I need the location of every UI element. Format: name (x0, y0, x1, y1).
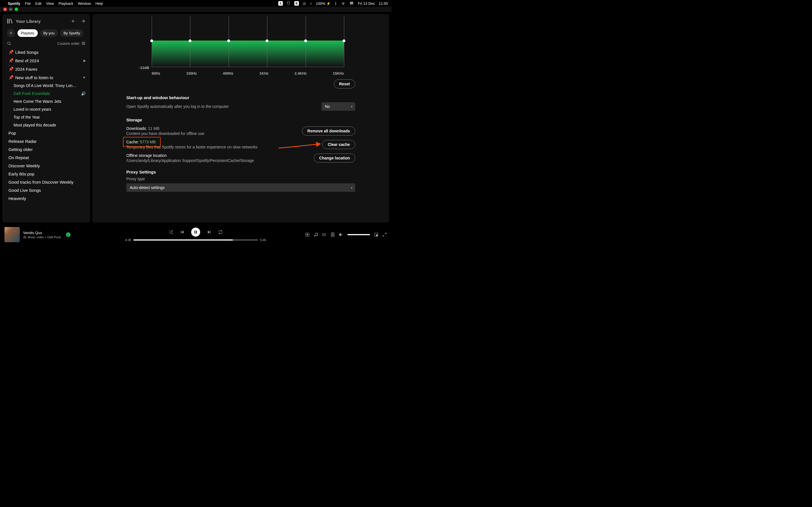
library-icon (7, 18, 13, 24)
queue-icon[interactable] (322, 232, 326, 237)
lyrics-icon[interactable] (313, 232, 318, 237)
svg-rect-27 (210, 231, 210, 234)
menu-window[interactable]: Window (78, 1, 91, 6)
album-art[interactable] (4, 227, 20, 242)
statusbar-circle-icon[interactable]: ○ (310, 1, 312, 6)
statusbar-date[interactable]: Fri 13 Dec (358, 1, 375, 6)
list-item[interactable]: 📌Liked Songs (7, 48, 87, 56)
statusbar-bluetooth-icon[interactable]: ᛒ (335, 1, 337, 6)
sort-button[interactable]: Custom order (57, 41, 86, 46)
list-item[interactable]: 📌New stuff to listen to▼ (7, 73, 87, 82)
list-item[interactable]: Heavenly (7, 194, 87, 203)
library-header[interactable]: Your Library (7, 18, 41, 24)
list-item[interactable]: Early 80s pop (7, 170, 87, 178)
elapsed-time: 4:36 (125, 238, 131, 242)
list-item[interactable]: Daft Punk Essentials🔊 (7, 90, 87, 98)
list-item[interactable]: 📌Best of 2024▶ (7, 56, 87, 65)
search-library-icon[interactable] (7, 41, 11, 46)
progress-bar[interactable] (133, 239, 258, 240)
miniplayer-icon[interactable] (374, 232, 378, 237)
window-minimize-button[interactable] (9, 8, 12, 11)
now-playing-view-icon[interactable] (305, 232, 310, 237)
shuffle-button[interactable] (168, 230, 173, 234)
statusbar-s-icon[interactable]: S (278, 1, 283, 6)
startup-desc: Open Spotify automatically after you log… (126, 104, 229, 109)
list-item[interactable]: Most played this decade (7, 121, 87, 129)
svg-rect-2 (350, 3, 353, 4)
progress-fill (133, 239, 233, 240)
pin-icon: 📌 (8, 66, 12, 71)
list-item[interactable]: Discover Weekly (7, 162, 87, 170)
chip-by-you[interactable]: By you (40, 29, 58, 37)
startup-select[interactable]: No ▾ (321, 102, 355, 111)
statusbar-battery[interactable]: 100% ⚡ (316, 1, 331, 6)
svg-marker-22 (182, 231, 184, 234)
fullscreen-icon[interactable] (382, 232, 387, 237)
svg-point-30 (314, 235, 315, 236)
statusbar-shield-icon[interactable]: ⛉ (287, 1, 290, 6)
repeat-button[interactable] (218, 230, 223, 234)
list-item[interactable]: Release Radar (7, 137, 87, 145)
svg-line-12 (10, 44, 11, 45)
connect-device-icon[interactable] (331, 232, 335, 237)
volume-icon[interactable] (339, 232, 343, 237)
menu-help[interactable]: Help (95, 1, 103, 6)
svg-rect-24 (195, 231, 195, 234)
eq-slider[interactable] (150, 40, 153, 42)
clear-cache-button[interactable]: Clear cache (322, 140, 355, 149)
menu-view[interactable]: View (46, 1, 54, 6)
menu-file[interactable]: File (25, 1, 31, 6)
remove-downloads-button[interactable]: Remove all downloads (302, 126, 355, 135)
proxy-type-select[interactable]: Auto-detect settings ▾ (126, 183, 355, 192)
library-title-text: Your Library (16, 19, 41, 24)
window-close-button[interactable] (3, 8, 7, 11)
eq-slider[interactable] (227, 40, 230, 42)
chevron-down-icon: ▾ (351, 105, 352, 108)
volume-slider[interactable] (347, 234, 370, 235)
svg-point-31 (316, 235, 317, 236)
statusbar-time[interactable]: 11:55 (378, 1, 388, 6)
list-item[interactable]: Getting older (7, 145, 87, 154)
statusbar-control-center-icon[interactable] (349, 1, 354, 6)
statusbar-b-icon[interactable]: B (294, 1, 299, 6)
statusbar-play-circle-icon[interactable]: ⊙ (303, 1, 306, 6)
list-item[interactable]: Songs Of A Live World: Troxy Lon… (7, 82, 87, 90)
window-titlebar (0, 7, 391, 12)
app-name[interactable]: Spotify (8, 1, 20, 6)
change-location-button[interactable]: Change location (314, 154, 355, 163)
section-proxy-title: Proxy Settings (126, 170, 355, 174)
eq-slider[interactable] (304, 40, 307, 42)
eq-reset-button[interactable]: Reset (334, 79, 355, 89)
clear-filter-button[interactable] (7, 29, 15, 37)
window-maximize-button[interactable] (15, 8, 18, 11)
list-item[interactable]: Good Live Songs (7, 186, 87, 194)
player-bar: Veridis Quo Music video • Daft Punk ✓ 4:… (0, 225, 391, 244)
pin-icon: 📌 (8, 58, 12, 63)
list-item[interactable]: Good tracks from Discover Weekly (7, 178, 87, 186)
list-item[interactable]: Here Come The Warm Jets (7, 98, 87, 105)
list-item[interactable]: Loved in recent years (7, 105, 87, 113)
menu-edit[interactable]: Edit (35, 1, 42, 6)
list-item[interactable]: On Repeat (7, 154, 87, 162)
added-to-liked-icon[interactable]: ✓ (66, 232, 70, 237)
statusbar-wifi-icon[interactable] (341, 1, 345, 6)
next-button[interactable] (207, 230, 211, 234)
add-playlist-icon[interactable] (70, 18, 75, 24)
play-pause-button[interactable] (191, 228, 200, 237)
previous-button[interactable] (180, 230, 185, 234)
list-item[interactable]: Top of the Year (7, 113, 87, 121)
list-icon (81, 41, 86, 46)
list-item[interactable]: 📌2024 Faves (7, 65, 87, 73)
list-item[interactable]: Pop (7, 129, 87, 137)
chip-by-spotify[interactable]: By Spotify (60, 29, 84, 37)
track-meta[interactable]: Music video • Daft Punk (23, 235, 61, 239)
menu-playback[interactable]: Playback (58, 1, 73, 6)
chip-playlists[interactable]: Playlists (17, 29, 38, 37)
sidebar: Your Library Playlists By you By Spotify… (2, 14, 90, 223)
settings-panel: -12dB 60H (93, 14, 389, 223)
eq-chart[interactable] (152, 16, 344, 67)
svg-marker-18 (24, 237, 26, 237)
track-title[interactable]: Veridis Quo (23, 231, 61, 235)
eq-slider[interactable] (343, 40, 345, 42)
expand-library-icon[interactable] (81, 18, 86, 24)
